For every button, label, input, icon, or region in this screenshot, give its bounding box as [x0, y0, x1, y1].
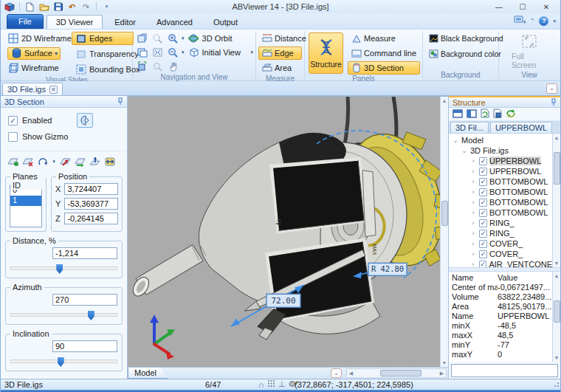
rotate-plane-icon[interactable]	[36, 156, 49, 168]
rotate-plane-dropdown-icon[interactable]: ▾	[51, 156, 57, 168]
save-file-icon[interactable]	[52, 1, 63, 12]
tree-item[interactable]: › ✓ RING_	[449, 228, 552, 238]
inclination-input[interactable]	[52, 340, 117, 352]
expand-icon[interactable]: ›	[469, 178, 477, 185]
tab-advanced[interactable]: Advanced	[148, 16, 202, 29]
property-row[interactable]: Area 48125,90179...	[452, 302, 552, 312]
tree-node-model[interactable]: ⌄ Model	[449, 135, 552, 145]
azimuth-slider-thumb[interactable]	[88, 311, 94, 320]
zoom-in-dropdown-icon[interactable]: ▾	[182, 35, 185, 41]
tree-item[interactable]: › ✓ UPPERBOWL	[449, 166, 552, 176]
previous-view-icon[interactable]	[135, 32, 149, 45]
visibility-checkbox[interactable]: ✓	[479, 178, 487, 186]
collapse-icon[interactable]: ⌄	[461, 147, 468, 154]
background-color-button[interactable]: Background color	[425, 47, 496, 61]
scroll-down-icon[interactable]: ▼	[554, 259, 560, 267]
expand-icon[interactable]: ›	[469, 209, 477, 216]
help-dropdown-icon[interactable]: ▾	[553, 18, 556, 24]
visibility-checkbox[interactable]: ✓	[479, 261, 487, 268]
tree-scrollbar[interactable]: ▲ ▼	[552, 134, 560, 267]
scroll-up-icon[interactable]: ▲	[441, 97, 448, 105]
reload-document-icon[interactable]	[481, 109, 489, 120]
show-gizmo-checkbox[interactable]: ✓	[8, 132, 18, 142]
layout-columns-icon[interactable]	[467, 109, 477, 120]
tree-item[interactable]: › ✓ BOTTOMBOWL	[449, 187, 552, 197]
plane-item-1[interactable]: 1	[10, 196, 41, 206]
distance-slider-thumb[interactable]	[56, 264, 63, 274]
3d-orbit-button[interactable]: 3D Orbit	[186, 32, 235, 45]
scroll-left-icon[interactable]: ◀	[347, 371, 355, 376]
structure-filter-input[interactable]	[451, 364, 558, 377]
visibility-checkbox[interactable]: ✓	[479, 240, 487, 248]
full-screen-button[interactable]: Full Screen	[511, 32, 548, 70]
viewport-vertical-scrollbar[interactable]: ▲ ▼	[440, 97, 448, 367]
expand-icon[interactable]: ›	[469, 250, 477, 258]
structure-tab-upperbowl[interactable]: UPPERBOWL	[490, 122, 552, 133]
initial-view-dropdown-icon[interactable]: ▾	[250, 49, 253, 55]
tab-3d-viewer[interactable]: 3D Viewer	[47, 15, 103, 29]
scroll-down-icon[interactable]: ▼	[441, 359, 448, 367]
delete-plane-icon[interactable]	[21, 156, 34, 168]
flip-plane-icon[interactable]	[74, 156, 86, 168]
move-plane-icon[interactable]	[103, 156, 116, 168]
minimize-button[interactable]: —	[492, 1, 506, 12]
zoom-window-icon[interactable]	[151, 32, 165, 45]
properties-scroll-thumb[interactable]	[554, 300, 560, 323]
maximize-button[interactable]: ☐	[516, 1, 529, 12]
tree-item[interactable]: › ✓ BOTTOMBOWL	[449, 176, 552, 187]
tree-item[interactable]: › ✓ COVER_	[449, 249, 552, 259]
zoom-out-dropdown-icon[interactable]: ▾	[182, 49, 185, 55]
customize-quick-access-icon[interactable]: ▾	[101, 1, 112, 12]
zoom-in-icon[interactable]	[166, 32, 180, 45]
redo-icon[interactable]: ↷	[80, 1, 92, 12]
property-row[interactable]: maxX 48,5	[452, 331, 552, 340]
distance-input[interactable]	[52, 247, 117, 259]
scroll-up-icon[interactable]: ▲	[554, 272, 560, 280]
properties-table[interactable]: Name Value Center of ma -0,06721497... V…	[449, 272, 552, 362]
scroll-right-icon[interactable]: ▶	[438, 371, 446, 376]
distance-button[interactable]: Distance	[258, 32, 302, 45]
edge-button[interactable]: Edge	[258, 47, 302, 60]
ortho-mode-icon[interactable]: ⊥	[278, 379, 286, 389]
save-structure-icon[interactable]	[493, 109, 502, 120]
tab-output[interactable]: Output	[204, 16, 247, 29]
pan-icon[interactable]	[166, 60, 180, 73]
structure-button[interactable]: Structure	[309, 32, 343, 74]
2d-wireframe-button[interactable]: 2D Wireframe	[4, 32, 72, 45]
3d-viewport[interactable]: 72.00 R 42.80 IN MAX	[128, 97, 440, 367]
resize-grip[interactable]	[553, 382, 559, 388]
tree-item[interactable]: › ✓ BOTTOMBOWL	[449, 207, 552, 218]
structure-tab-file[interactable]: 3D Fil...	[450, 122, 489, 133]
rotate-scene-icon[interactable]	[135, 60, 149, 73]
expand-icon[interactable]: ›	[469, 188, 477, 196]
tree-item[interactable]: › ✓ BOTTOMBOWL	[449, 197, 552, 207]
snap-grid-icon[interactable]	[267, 379, 275, 389]
black-background-button[interactable]: Black Background	[425, 32, 496, 45]
position-z-input[interactable]	[64, 213, 118, 224]
position-y-input[interactable]	[64, 198, 118, 210]
property-row[interactable]: Name UPPERBOWL	[452, 312, 552, 321]
initial-view-button[interactable]: Initial View	[186, 46, 243, 59]
property-row[interactable]: Volume 63822,23489...	[452, 292, 552, 302]
tree-item[interactable]: › ✓ AIR_VENTCONE	[449, 259, 552, 267]
tree-item[interactable]: › ✓ RING_	[449, 218, 552, 228]
undo-icon[interactable]: ↶	[66, 1, 78, 12]
layout-rows-icon[interactable]	[452, 109, 463, 120]
3d-canvas[interactable]: 72.00 R 42.80 IN MAX	[128, 97, 440, 367]
property-row[interactable]: Center of ma -0,06721497...	[452, 283, 552, 292]
properties-scrollbar[interactable]: ▲ ▼	[552, 272, 560, 362]
expand-icon[interactable]: ›	[469, 230, 477, 237]
expand-icon[interactable]: ›	[469, 199, 477, 206]
edges-button[interactable]: Edges	[72, 32, 134, 45]
tree-item[interactable]: › ✓ COVER_	[449, 238, 552, 249]
planes-id-listbox[interactable]: 0 1	[10, 185, 42, 227]
expand-icon[interactable]: ›	[469, 261, 477, 267]
new-file-icon[interactable]	[24, 1, 35, 12]
surface-button[interactable]: Surface ▾	[4, 47, 72, 60]
collapse-icon[interactable]: ⌄	[452, 137, 459, 144]
document-tab-close-icon[interactable]: ✕	[49, 86, 58, 94]
tab-editor[interactable]: Editor	[106, 16, 145, 29]
document-tab[interactable]: 3D File.igs ✕	[2, 83, 63, 95]
scroll-up-icon[interactable]: ▲	[554, 134, 560, 142]
open-file-icon[interactable]	[38, 1, 49, 12]
